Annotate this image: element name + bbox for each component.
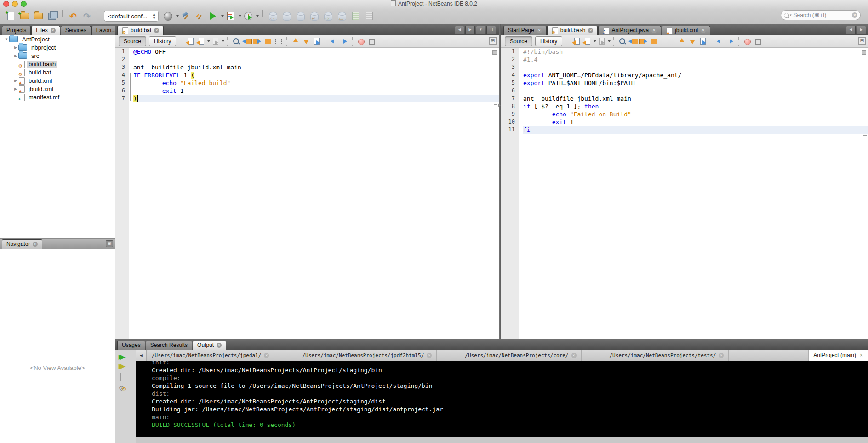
output-tab-users-imac-netbeansprojects-tests[interactable]: /Users/imac/NetBeansProjects/tests/×: [605, 350, 729, 361]
close-icon[interactable]: ×: [427, 353, 432, 358]
clear-search-icon[interactable]: ✕: [852, 12, 857, 18]
tab-output[interactable]: Output×: [193, 341, 226, 350]
scroll-tabs-left-button[interactable]: ◀: [846, 26, 856, 34]
expander-closed-icon[interactable]: ▶: [13, 79, 18, 83]
close-icon[interactable]: ×: [217, 343, 222, 348]
record-macro-button[interactable]: [743, 37, 752, 45]
center-code-area[interactable]: 1234567 @ECHO OFFant -buildfile jbuild.x…: [115, 48, 499, 339]
diff-all-button[interactable]: [364, 10, 376, 22]
split-document-icon[interactable]: ⊞: [489, 37, 497, 45]
diff-button[interactable]: [350, 10, 362, 22]
file-tree[interactable]: ▼AntProject▶nbproject▶src⚙build.bash⚙bui…: [0, 35, 115, 238]
back-button[interactable]: [197, 37, 206, 45]
scroll-tabs-right-button[interactable]: ▶: [465, 26, 475, 34]
move-down-button[interactable]: [302, 37, 310, 45]
chevron-down-icon[interactable]: [608, 40, 611, 42]
clean-build-button[interactable]: [194, 10, 206, 22]
tab-build-bash[interactable]: ⚙build.bash×: [547, 26, 598, 35]
open-project-button[interactable]: [32, 10, 44, 22]
close-icon[interactable]: ×: [651, 28, 657, 33]
tree-item-build-xml[interactable]: ▶▲build.xml: [0, 76, 115, 85]
code-fold-bracket[interactable]: [130, 73, 133, 101]
run-project-button[interactable]: [207, 10, 219, 22]
tree-item-manifest-mf[interactable]: ●manifest.mf: [0, 93, 115, 101]
stop-macro-button[interactable]: [754, 37, 762, 45]
stop-build-button[interactable]: [119, 374, 131, 382]
redo-button[interactable]: ↷: [81, 10, 93, 22]
chevron-down-icon[interactable]: [222, 40, 224, 42]
tab-jbuild-xml[interactable]: ▲jbuild.xml×: [662, 26, 710, 35]
find-previous-button[interactable]: [242, 37, 251, 45]
find-button[interactable]: [618, 37, 627, 45]
debug-project-button[interactable]: [225, 10, 237, 22]
shift-left-button[interactable]: [715, 37, 724, 45]
shift-right-button[interactable]: [340, 37, 348, 45]
find-next-button[interactable]: [639, 37, 648, 45]
minimize-panel-icon[interactable]: ▣: [106, 240, 113, 247]
back-button[interactable]: [583, 37, 592, 45]
scroll-tabs-left-button[interactable]: ◀: [455, 26, 464, 34]
tab-antproject-java[interactable]: JAntProject.java×: [598, 26, 661, 35]
output-tab-antproject-main[interactable]: AntProject (main)×: [808, 350, 868, 361]
undo-button[interactable]: ↶: [67, 10, 79, 22]
tab-services[interactable]: Services: [61, 26, 91, 35]
close-icon[interactable]: ×: [588, 28, 593, 33]
search-input[interactable]: ▾ Search (⌘+I) ✕: [781, 10, 861, 20]
last-edit-location-button[interactable]: [186, 37, 195, 45]
rerun-with-options-button[interactable]: ▶▶: [119, 363, 131, 371]
forward-button[interactable]: [597, 37, 606, 45]
close-icon[interactable]: ×: [33, 242, 38, 247]
duplicate-line-button[interactable]: [312, 37, 321, 45]
close-icon[interactable]: ×: [264, 353, 269, 358]
rectangular-selection-button[interactable]: [274, 37, 283, 45]
chevron-down-icon[interactable]: [239, 15, 241, 17]
close-icon[interactable]: ×: [51, 28, 56, 33]
build-project-button[interactable]: [180, 10, 192, 22]
source-view-button[interactable]: Source: [119, 36, 146, 46]
vcs-checkout-button[interactable]: [295, 10, 307, 22]
new-project-button[interactable]: +: [18, 10, 30, 22]
scroll-tabs-right-button[interactable]: ▶: [857, 26, 866, 34]
profile-project-button[interactable]: [242, 10, 254, 22]
chevron-down-icon[interactable]: [256, 15, 259, 17]
find-next-button[interactable]: [253, 37, 262, 45]
scroll-subtabs-left-button[interactable]: ◀: [136, 350, 147, 361]
tab-start-page[interactable]: Start Page×: [503, 26, 547, 35]
tab-projects[interactable]: Projects: [2, 26, 31, 35]
project-group-button[interactable]: [162, 10, 174, 22]
tree-item-jbuild-xml[interactable]: ▶▲jbuild.xml: [0, 85, 115, 93]
vcs-pull-button[interactable]: ▭: [336, 10, 348, 22]
source-view-button[interactable]: Source: [505, 36, 532, 46]
tree-item-build-bash[interactable]: ⚙build.bash: [0, 60, 115, 68]
forward-button[interactable]: [211, 37, 220, 45]
expander-open-icon[interactable]: ▼: [4, 37, 9, 41]
code-fold-bracket[interactable]: [520, 104, 523, 132]
output-tab-users-imac-netbeansprojects-core[interactable]: /Users/imac/NetBeansProjects/core/×: [460, 350, 581, 361]
tab-build-bat[interactable]: ⚙build.bat×: [117, 26, 164, 35]
rectangular-selection-button[interactable]: [660, 37, 669, 45]
maximize-editor-button[interactable]: ❑: [486, 26, 496, 34]
history-view-button[interactable]: History: [149, 36, 176, 46]
vcs-push-button[interactable]: ⇨: [322, 10, 334, 22]
last-edit-location-button[interactable]: [572, 37, 581, 45]
move-up-button[interactable]: [291, 37, 300, 45]
chevron-down-icon[interactable]: [221, 15, 224, 17]
stop-macro-button[interactable]: [367, 37, 376, 45]
chevron-down-icon[interactable]: [207, 40, 210, 42]
split-document-icon[interactable]: ⊞: [858, 37, 866, 45]
expander-closed-icon[interactable]: ▶: [13, 45, 18, 50]
vcs-update-button[interactable]: ⇦: [267, 10, 279, 22]
tree-item-build-bat[interactable]: ⚙build.bat: [0, 68, 115, 76]
tab-files[interactable]: Files×: [31, 26, 60, 35]
close-icon[interactable]: ×: [154, 28, 159, 33]
build-console[interactable]: init:Created dir: /Users/imac/NetBeansPr…: [136, 361, 868, 437]
find-previous-button[interactable]: [628, 37, 637, 45]
tab-navigator[interactable]: Navigator ×: [2, 239, 42, 249]
move-up-button[interactable]: [677, 37, 686, 45]
shift-left-button[interactable]: [329, 37, 338, 45]
close-icon[interactable]: ×: [701, 28, 706, 33]
close-icon[interactable]: ×: [860, 352, 863, 358]
project-configuration-select[interactable]: <default conf... ▲▼: [104, 11, 159, 22]
output-tab-users-imac-netbeansprojects-jpdf2html5[interactable]: /Users/imac/NetBeansProjects/jpdf2html5/…: [297, 350, 437, 361]
record-macro-button[interactable]: [357, 37, 365, 45]
